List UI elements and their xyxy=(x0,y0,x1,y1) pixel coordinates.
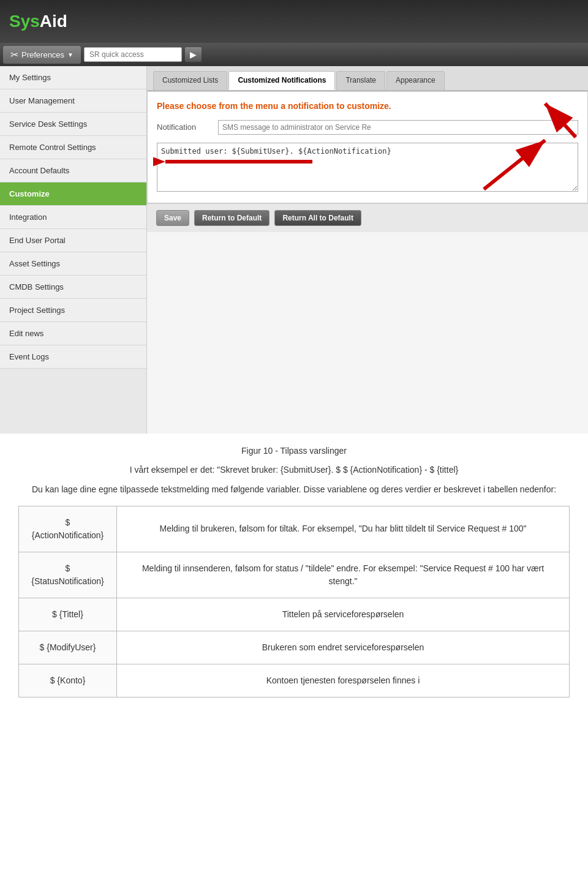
return-default-button[interactable]: Return to Default xyxy=(194,210,270,226)
notification-textarea[interactable] xyxy=(157,143,578,192)
chevron-down-icon: ▼ xyxy=(67,51,74,58)
preferences-label: Preferences xyxy=(21,50,64,59)
sidebar-item-cmdb[interactable]: CMDB Settings xyxy=(0,276,146,299)
desc-cell: Tittelen på serviceforespørselen xyxy=(117,598,570,631)
tab-customized-notifications[interactable]: Customized Notifications xyxy=(228,71,335,90)
figure-caption: Figur 10 - Tilpass varslinger xyxy=(18,446,570,456)
sidebar-item-integration[interactable]: Integration xyxy=(0,206,146,229)
sidebar-item-customize[interactable]: Customize xyxy=(0,182,146,206)
notification-label: Notification xyxy=(157,120,212,132)
tab-customized-lists[interactable]: Customized Lists xyxy=(153,71,227,90)
desc-cell: Brukeren som endret serviceforespørselen xyxy=(117,631,570,664)
desc-cell: Melding til innsenderen, følsom for stat… xyxy=(117,552,570,598)
table-row: $ {ActionNotification}Melding til bruker… xyxy=(19,506,570,552)
panel-wrapper: Please choose from the menu a notificati… xyxy=(147,91,588,232)
sidebar-item-remote-control[interactable]: Remote Control Settings xyxy=(0,136,146,159)
sidebar-item-account-defaults[interactable]: Account Defaults xyxy=(0,159,146,182)
tab-translate[interactable]: Translate xyxy=(336,71,385,90)
var-cell: $ {Tittel} xyxy=(19,598,117,631)
sidebar-item-my-settings[interactable]: My Settings xyxy=(0,66,146,89)
notification-prompt: Please choose from the menu a notificati… xyxy=(157,101,578,111)
app-header: SysAid xyxy=(0,0,588,43)
logo-sys: Sys xyxy=(9,12,40,31)
desc-cell: Melding til brukeren, følsom for tiltak.… xyxy=(117,506,570,552)
main-layout: My Settings User Management Service Desk… xyxy=(0,66,588,434)
notification-row: Notification xyxy=(157,120,578,135)
search-input[interactable] xyxy=(84,47,182,62)
body-text-1: I vårt eksempel er det: "Skrevet bruker:… xyxy=(18,463,570,476)
table-row: $ {StatusNotification}Melding til innsen… xyxy=(19,552,570,598)
save-button[interactable]: Save xyxy=(156,210,189,226)
table-row: $ {Tittel}Tittelen på serviceforespørsel… xyxy=(19,598,570,631)
tabs: Customized Lists Customized Notification… xyxy=(147,66,588,91)
notification-panel: Please choose from the menu a notificati… xyxy=(147,91,588,203)
desc-cell: Kontoen tjenesten forespørselen finnes i xyxy=(117,664,570,697)
variables-table: $ {ActionNotification}Melding til bruker… xyxy=(18,506,570,697)
app-logo: SysAid xyxy=(9,12,67,31)
logo-aid: Aid xyxy=(40,12,67,31)
screenshot-area: Customized Lists Customized Notification… xyxy=(147,66,588,232)
button-row: Save Return to Default Return All to Def… xyxy=(147,203,588,232)
var-cell: $ {StatusNotification} xyxy=(19,552,117,598)
var-cell: $ {Konto} xyxy=(19,664,117,697)
preferences-menu[interactable]: ✂ Preferences ▼ xyxy=(3,46,81,64)
content-area: Customized Lists Customized Notification… xyxy=(147,66,588,434)
sidebar-item-service-desk[interactable]: Service Desk Settings xyxy=(0,113,146,136)
search-button[interactable]: ▶ xyxy=(185,47,202,62)
table-row: $ {Konto}Kontoen tjenesten forespørselen… xyxy=(19,664,570,697)
preferences-icon: ✂ xyxy=(10,49,18,61)
sidebar-item-event-logs[interactable]: Event Logs xyxy=(0,345,146,369)
sidebar-item-edit-news[interactable]: Edit news xyxy=(0,322,146,345)
table-row: $ {ModifyUser}Brukeren som endret servic… xyxy=(19,631,570,664)
sidebar-item-user-management[interactable]: User Management xyxy=(0,89,146,113)
var-cell: $ {ModifyUser} xyxy=(19,631,117,664)
return-all-default-button[interactable]: Return All to Default xyxy=(274,210,361,226)
sms-input[interactable] xyxy=(218,120,578,135)
caption-section: Figur 10 - Tilpass varslinger I vårt eks… xyxy=(0,434,588,710)
sidebar-item-project-settings[interactable]: Project Settings xyxy=(0,299,146,322)
var-cell: $ {ActionNotification} xyxy=(19,506,117,552)
tab-appearance[interactable]: Appearance xyxy=(386,71,445,90)
sidebar-item-end-user-portal[interactable]: End User Portal xyxy=(0,229,146,252)
sidebar: My Settings User Management Service Desk… xyxy=(0,66,147,434)
sidebar-item-asset-settings[interactable]: Asset Settings xyxy=(0,252,146,276)
body-text-2: Du kan lage dine egne tilpassede tekstme… xyxy=(18,483,570,496)
navbar: ✂ Preferences ▼ ▶ xyxy=(0,43,588,66)
